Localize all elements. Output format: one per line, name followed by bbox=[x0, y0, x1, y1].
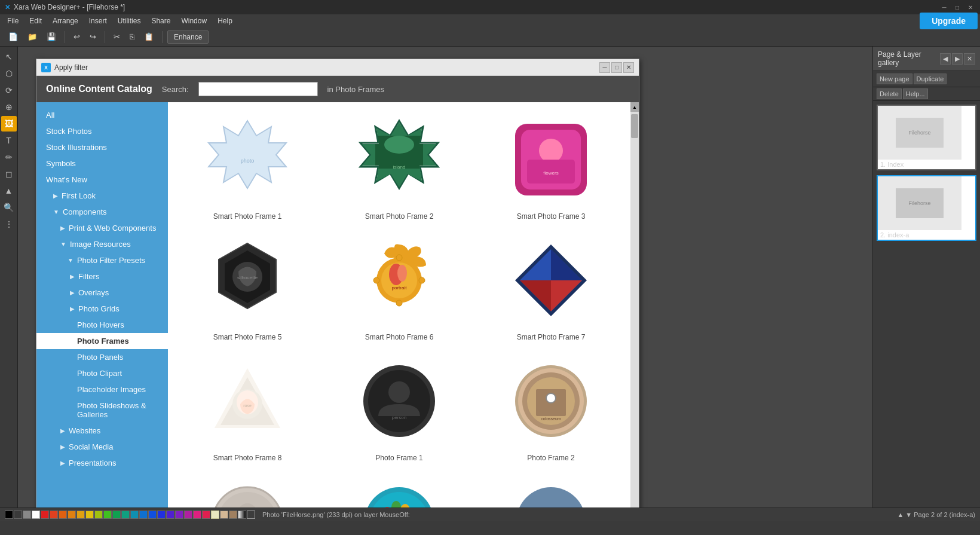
node-tool[interactable]: ⬡ bbox=[1, 66, 17, 81]
content-item-spf3[interactable]: flowers Smart Photo Frame 3 bbox=[481, 112, 621, 221]
page-thumb-1[interactable]: Filehorse 1. Index bbox=[877, 105, 976, 170]
color-teal[interactable] bbox=[121, 510, 130, 519]
content-item-pf1[interactable]: person Photo Frame 1 bbox=[329, 353, 469, 462]
sidebar-item-placeholder-images[interactable]: Placeholder Images bbox=[36, 381, 168, 398]
save-btn[interactable]: 💾 bbox=[43, 30, 60, 43]
dialog-maximize-btn[interactable]: □ bbox=[611, 62, 622, 73]
sidebar-item-photo-hovers[interactable]: Photo Hovers bbox=[36, 317, 168, 333]
sidebar-item-stock-illustrations[interactable]: Stock Illustrations bbox=[36, 139, 168, 155]
color-gray[interactable] bbox=[23, 510, 31, 519]
color-orange[interactable] bbox=[68, 510, 76, 519]
menu-share[interactable]: Share bbox=[146, 16, 175, 26]
copy-btn[interactable]: ⎘ bbox=[126, 30, 138, 43]
color-orange-red[interactable] bbox=[59, 510, 67, 519]
vertical-scrollbar[interactable]: ▲ ▼ bbox=[630, 102, 639, 508]
color-blue-light[interactable] bbox=[139, 510, 148, 519]
redo-btn[interactable]: ↪ bbox=[86, 30, 100, 43]
color-blue[interactable] bbox=[148, 510, 157, 519]
more-tool[interactable]: ⋮ bbox=[1, 216, 17, 232]
sidebar-item-photo-filter[interactable]: ▼ Photo Filter Presets bbox=[36, 252, 168, 268]
content-item-pf2[interactable]: colosseum Photo Frame 2 bbox=[481, 353, 621, 462]
color-gradient[interactable] bbox=[238, 510, 246, 519]
menu-file[interactable]: File bbox=[2, 16, 23, 26]
color-cyan[interactable] bbox=[130, 510, 139, 519]
page-thumb-2[interactable]: Filehorse 2. index-a bbox=[877, 175, 976, 241]
sidebar-item-photo-frames[interactable]: Photo Frames bbox=[36, 333, 168, 349]
minimize-btn[interactable]: ─ bbox=[939, 2, 949, 12]
help-btn[interactable]: Help... bbox=[903, 88, 928, 99]
color-transparent[interactable] bbox=[247, 510, 255, 519]
sidebar-item-presentations[interactable]: ▶ Presentations bbox=[36, 455, 168, 471]
new-btn[interactable]: 📄 bbox=[5, 30, 22, 43]
content-item-spf6[interactable]: portrait Smart Photo Frame 6 bbox=[329, 233, 469, 341]
sidebar-item-photo-clipart[interactable]: Photo Clipart bbox=[36, 365, 168, 381]
menu-edit[interactable]: Edit bbox=[24, 16, 47, 26]
content-item-pf4[interactable]: balloons Photo Frame 4 bbox=[329, 474, 469, 508]
menu-help[interactable]: Help bbox=[213, 16, 237, 26]
content-item-spf1[interactable]: photo Smart Photo Frame 1 bbox=[177, 112, 317, 221]
dialog-close-btn[interactable]: ✕ bbox=[623, 62, 634, 73]
color-pink[interactable] bbox=[193, 510, 201, 519]
content-item-spf8[interactable]: rose Smart Photo Frame 8 bbox=[177, 353, 317, 462]
sidebar-item-photo-panels[interactable]: Photo Panels bbox=[36, 349, 168, 365]
content-item-spf5[interactable]: silhouette Smart Photo Frame 5 bbox=[177, 233, 317, 341]
sidebar-item-slideshows[interactable]: Photo Slideshows & Galleries bbox=[36, 398, 168, 423]
zoom-tool[interactable]: ⟳ bbox=[1, 82, 17, 98]
sidebar-item-all[interactable]: All bbox=[36, 107, 168, 123]
color-red2[interactable] bbox=[50, 510, 58, 519]
pan-tool[interactable]: ⊕ bbox=[1, 99, 17, 115]
sidebar-item-overlays[interactable]: ▶ Overlays bbox=[36, 285, 168, 301]
upgrade-button[interactable]: Upgrade bbox=[920, 13, 978, 29]
menu-window[interactable]: Window bbox=[176, 16, 212, 26]
shape-tool[interactable]: ◻ bbox=[1, 166, 17, 182]
undo-btn[interactable]: ↩ bbox=[70, 30, 84, 43]
sidebar-item-filters[interactable]: ▶ Filters bbox=[36, 268, 168, 285]
photo-tool[interactable]: 🖼 bbox=[1, 116, 17, 132]
open-btn[interactable]: 📁 bbox=[24, 30, 41, 43]
cut-btn[interactable]: ✂ bbox=[110, 30, 124, 43]
close-btn[interactable]: ✕ bbox=[966, 2, 975, 12]
dialog-minimize-btn[interactable]: ─ bbox=[599, 62, 610, 73]
menu-utilities[interactable]: Utilities bbox=[113, 16, 146, 26]
select-tool[interactable]: ↖ bbox=[1, 49, 17, 65]
sidebar-item-photo-grids[interactable]: ▶ Photo Grids bbox=[36, 301, 168, 317]
color-purple[interactable] bbox=[175, 510, 183, 519]
delete-btn[interactable]: Delete bbox=[877, 88, 902, 99]
new-page-btn[interactable]: New page bbox=[877, 74, 912, 84]
sidebar-item-print-web[interactable]: ▶ Print & Web Components bbox=[36, 220, 168, 236]
content-item-pf3[interactable]: portrait Photo Frame 3 bbox=[177, 474, 317, 508]
panel-next-btn[interactable]: ▶ bbox=[952, 53, 963, 65]
color-white[interactable] bbox=[32, 510, 40, 519]
search-input[interactable] bbox=[198, 82, 318, 96]
content-item-spf2[interactable]: island Smart Photo Frame 2 bbox=[329, 112, 469, 221]
color-red[interactable] bbox=[41, 510, 49, 519]
sidebar-item-first-look[interactable]: ▶ First Look bbox=[36, 188, 168, 204]
panel-prev-btn[interactable]: ◀ bbox=[940, 53, 951, 65]
color-indigo[interactable] bbox=[166, 510, 174, 519]
sidebar-item-stock-photos[interactable]: Stock Photos bbox=[36, 123, 168, 139]
color-lime[interactable] bbox=[94, 510, 103, 519]
color-amber[interactable] bbox=[76, 510, 85, 519]
color-magenta[interactable] bbox=[184, 510, 192, 519]
panel-close-btn[interactable]: ✕ bbox=[964, 53, 975, 65]
sidebar-item-whats-new[interactable]: What's New bbox=[36, 172, 168, 188]
search-tool[interactable]: 🔍 bbox=[1, 200, 17, 215]
color-tan[interactable] bbox=[220, 510, 228, 519]
menu-arrange[interactable]: Arrange bbox=[48, 16, 83, 26]
paste-btn[interactable]: 📋 bbox=[140, 30, 157, 43]
scroll-up-btn[interactable]: ▲ bbox=[630, 102, 639, 112]
color-teal-green[interactable] bbox=[112, 510, 121, 519]
menu-insert[interactable]: Insert bbox=[84, 16, 112, 26]
sidebar-item-symbols[interactable]: Symbols bbox=[36, 155, 168, 172]
color-green[interactable] bbox=[103, 510, 112, 519]
color-yellow[interactable] bbox=[85, 510, 94, 519]
scrollbar-thumb[interactable] bbox=[631, 114, 638, 138]
text-tool[interactable]: T bbox=[1, 133, 17, 148]
sidebar-item-websites[interactable]: ▶ Websites bbox=[36, 423, 168, 439]
color-hot-pink[interactable] bbox=[202, 510, 210, 519]
color-brown[interactable] bbox=[229, 510, 237, 519]
sidebar-item-image-resources[interactable]: ▼ Image Resources bbox=[36, 236, 168, 252]
color-cream[interactable] bbox=[211, 510, 219, 519]
maximize-btn[interactable]: □ bbox=[953, 2, 962, 12]
sidebar-item-components[interactable]: ▼ Components bbox=[36, 204, 168, 220]
